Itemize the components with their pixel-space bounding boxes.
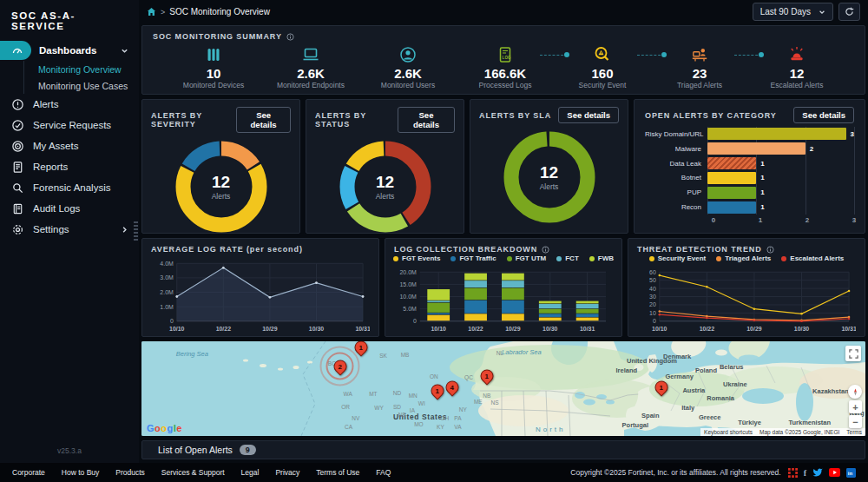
category-bar-chart: Risky Domain/URLMalwareData LeakBotnetPU… [645,127,854,226]
legend-item-security-event: Security Event [649,254,707,262]
map-marker[interactable]: 1 [481,369,496,385]
audit-logs-icon [10,201,25,216]
map-data-text: Map data ©2025 Google, INEGI [756,428,843,436]
see-details-button[interactable]: See details [236,107,291,133]
list-of-open-alerts-header[interactable]: List of Open Alerts 9 [141,440,865,459]
footer-link-legal[interactable]: Legal [241,468,260,477]
footer-link-services-support[interactable]: Services & Support [161,468,225,477]
trend-charts-row: AVERAGE LOG RATE (per second) 01.0M2.0M3… [141,238,865,337]
footer-links: CorporateHow to BuyProductsServices & Su… [12,468,391,477]
log-collection-breakdown-panel: LOG COLLECTION BREAKDOWN FGT EventsFGT T… [385,238,622,337]
svg-text:20.0M: 20.0M [399,269,417,275]
alerts-world-map[interactable]: Bering SeaLabrador SeaNorthUnited States… [141,341,865,436]
compass-button[interactable] [848,385,862,399]
svg-text:10/29: 10/29 [505,326,521,332]
topbar: > SOC Monitoring Overview Last 90 Days [139,0,868,23]
stat-triaged-alerts: 23Triaged Alerts [665,43,734,89]
google-logo[interactable]: Google [147,423,182,433]
svg-text:10/30: 10/30 [794,326,810,332]
legend-item-fgt-utm: FGT UTM [507,254,547,262]
open-alerts-by-category-panel: OPEN ALERTS BY CATEGORY See details Risk… [634,99,865,234]
refresh-button[interactable] [838,3,860,21]
home-icon[interactable] [147,7,156,17]
sidebar-item-alerts[interactable]: Alerts [0,94,139,115]
see-details-button[interactable]: See details [398,107,455,133]
sidebar-item-monitoring-overview[interactable]: Monitoring Overview [0,61,139,77]
reports-icon [10,160,25,175]
keyboard-shortcuts-link[interactable]: Keyboard shortcuts [700,428,756,436]
see-details-button[interactable]: See details [793,107,854,123]
sidebar-scrollbar[interactable] [134,221,138,242]
sidebar-item-dashboards[interactable]: Dashboards [0,40,139,61]
map-marker[interactable]: 1 [431,384,445,399]
svg-text:0: 0 [170,318,174,324]
footer-link-faq[interactable]: FAQ [376,468,391,477]
open-alerts-title: List of Open Alerts [158,445,233,455]
time-range-dropdown[interactable]: Last 90 Days [753,3,833,21]
footer-link-how-to-buy[interactable]: How to Buy [62,468,99,477]
flow-connector [540,55,568,56]
footer-link-terms-of-use[interactable]: Terms of Use [316,468,359,477]
my-assets-icon [10,139,25,154]
stat-security-event: 160Security Event [568,43,637,89]
legend-item-fgt-traffic: FGT Traffic [450,254,496,262]
breadcrumb: SOC Monitoring Overview [169,7,270,17]
svg-text:10: 10 [649,310,656,316]
sidebar-item-audit-logs[interactable]: Audit Logs [0,198,139,219]
footer-link-corporate[interactable]: Corporate [12,468,45,477]
alerts-icon [10,97,25,112]
panel-title: LOG COLLECTION BREAKDOWN [394,245,537,254]
breadcrumb-separator: > [161,8,165,17]
map-marker[interactable]: 4 [446,380,461,396]
sidebar-item-my-assets[interactable]: My Assets [0,135,139,156]
svg-text:60: 60 [649,269,656,275]
sidebar-item-reports[interactable]: Reports [0,156,139,177]
svg-text:5.0M: 5.0M [403,306,417,312]
copyright-text: Copyright ©2025 Fortinet, Inc. or its af… [570,468,780,477]
sidebar-item-forensic-analysis[interactable]: Forensic Analysis [0,177,139,198]
map-marker[interactable]: 1 [355,341,370,357]
stat-monitored-endpoints: 2.6KMonitored Endpoints [276,43,345,89]
svg-text:10/29: 10/29 [746,326,762,332]
flow-connector [637,55,665,56]
linkedin-icon[interactable]: in [846,468,856,478]
zoom-in-button[interactable]: + [849,400,862,413]
svg-text:20: 20 [649,301,656,307]
security-event-icon [593,43,612,66]
fortinet-icon[interactable] [788,468,798,478]
sidebar-item-service-requests[interactable]: Service Requests [0,115,139,135]
map-marker[interactable]: 2 [334,360,349,376]
service-requests-icon [10,118,25,133]
chart-legend: FGT EventsFGT TrafficFGT UTMFCTFWB [394,254,613,262]
svg-text:40: 40 [649,286,656,292]
monitored-endpoints-icon [301,43,320,66]
fullscreen-button[interactable] [845,346,861,361]
map-marker[interactable]: 1 [654,381,669,397]
youtube-icon[interactable] [829,468,840,477]
svg-text:0: 0 [413,318,417,324]
svg-text:1.0M: 1.0M [160,304,174,310]
sidebar-item-settings[interactable]: Settings [0,219,139,240]
panel-title: AVERAGE LOG RATE (per second) [151,245,303,254]
footer-link-products[interactable]: Products [115,468,145,477]
soc-monitoring-summary-panel: SOC MONITORING SUMMARY 10Monitored Devic… [141,25,865,95]
svg-text:10/31: 10/31 [580,326,595,332]
sidebar-nav: DashboardsMonitoring OverviewMonitoring … [0,40,139,439]
zoom-out-button[interactable]: − [849,415,862,428]
twitter-icon[interactable] [812,467,823,478]
svg-text:10/22: 10/22 [700,326,715,332]
facebook-icon[interactable]: f [804,468,806,478]
sidebar-item-monitoring-use-cases[interactable]: Monitoring Use Cases [0,77,139,94]
see-details-button[interactable]: See details [558,107,619,123]
alerts-by-sla-panel: ALERTS BY SLA See details 12Alerts [470,99,628,234]
svg-text:3.0M: 3.0M [160,274,174,281]
footer-link-privacy[interactable]: Privacy [275,468,299,477]
monitored-devices-icon [204,43,223,66]
alert-charts-row: ALERTS BY SEVERITY See details 12Alerts … [141,99,865,234]
terms-link[interactable]: Terms [843,428,865,436]
svg-text:10/22: 10/22 [468,326,483,332]
threat-trend-line-chart: 010203040506010/1010/2210/2910/3010/31 [637,262,856,333]
svg-text:50: 50 [649,277,656,283]
svg-text:15.0M: 15.0M [399,281,417,287]
flow-connector [734,55,762,56]
